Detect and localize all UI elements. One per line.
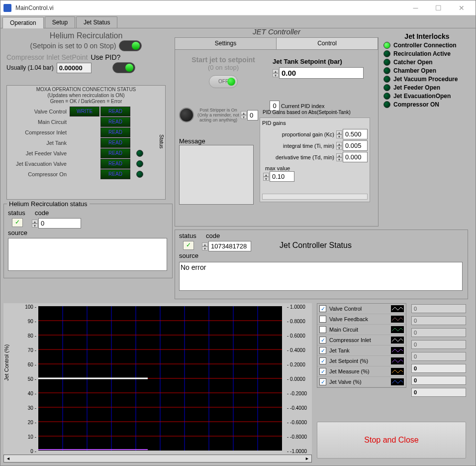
start-jet-label: Start jet to setpoint xyxy=(181,56,266,64)
legend-checkbox[interactable] xyxy=(319,347,326,354)
interlock-row-1: Recirculation Active xyxy=(383,50,471,57)
chart-y2tick: - 0.0000 xyxy=(287,376,312,382)
jet-tab-settings[interactable]: Settings xyxy=(175,38,277,49)
moxa-read-button[interactable]: READ xyxy=(100,117,130,127)
interlock-label: Chamber Open xyxy=(393,67,436,74)
close-button[interactable]: ✕ xyxy=(450,1,473,15)
maximize-button[interactable]: ☐ xyxy=(427,1,450,15)
legend-checkbox[interactable] xyxy=(319,316,326,323)
jet-tank-input[interactable] xyxy=(279,67,364,79)
chart-ytick: 80 - xyxy=(22,333,36,339)
he-status-label: status xyxy=(8,209,25,217)
chart-ytick: 40 - xyxy=(22,391,36,396)
legend-label: Jet Setpoint (%) xyxy=(329,358,391,364)
moxa-read-button[interactable]: READ xyxy=(100,107,130,116)
helium-recirc-toggle[interactable] xyxy=(119,40,142,51)
pid-kc-label: proportional gain (Kc) xyxy=(282,131,334,137)
chart-y2tick: - 0.8000 xyxy=(287,319,312,324)
helium-status-panel: Helium Recirculation status status code … xyxy=(3,204,173,278)
start-jet-sub: (0 on stop) xyxy=(181,64,266,71)
he-code-value[interactable] xyxy=(38,218,81,229)
tab-setup[interactable]: Setup xyxy=(45,16,75,28)
interlock-led xyxy=(383,59,390,66)
legend-checkbox[interactable] xyxy=(319,357,326,364)
legend-checkbox[interactable] xyxy=(319,337,326,344)
pid-max-input[interactable] xyxy=(270,171,294,182)
compressor-setpoint-input[interactable] xyxy=(57,63,92,73)
js-code-value[interactable] xyxy=(208,241,251,251)
chart-ylabel: Jet Control (%) xyxy=(3,345,9,381)
start-jet-button[interactable]: OFF xyxy=(209,75,238,88)
chart-ytick: 70 - xyxy=(22,348,36,353)
moxa-read-button[interactable]: READ xyxy=(100,138,130,148)
interlock-row-0: Controller Connection xyxy=(383,42,471,49)
helium-subtitle: (Setpoin is set to 0 on Stop) xyxy=(30,42,116,50)
he-source-text[interactable] xyxy=(8,238,167,271)
moxa-label: Jet Feeder Valve xyxy=(10,150,70,156)
pid-td-input[interactable] xyxy=(343,152,368,162)
js-status-label: status xyxy=(179,232,196,239)
stop-and-close-button[interactable]: Stop and Close xyxy=(317,422,466,459)
interlock-row-2: Catcher Open xyxy=(383,59,471,66)
chart-y2tick: - 0.4000 xyxy=(287,348,312,353)
value-box-2: 0 xyxy=(411,328,466,337)
chart-y2tick: - -0.2000 xyxy=(287,391,312,396)
jet-message-label: Message xyxy=(179,137,254,145)
legend-row-4: Jet Tank xyxy=(317,346,406,356)
chart-plot-area[interactable] xyxy=(38,306,282,451)
chart-y2tick: - 0.6000 xyxy=(287,333,312,339)
interlock-led xyxy=(383,42,390,49)
value-box-3: 0 xyxy=(411,340,466,349)
legend-checkbox[interactable] xyxy=(319,378,326,385)
chart-legend: Valve ControlValve FeedbackMain CircuitC… xyxy=(317,303,406,388)
chart-y2tick: - 0.2000 xyxy=(287,362,312,367)
moxa-led xyxy=(136,150,143,157)
pid-gains-panel: PID gains proportional gain (Kc) ▲▼ inte… xyxy=(260,117,370,202)
moxa-row-5: Jet Evacuation ValveREAD xyxy=(10,159,162,169)
helium-title: Helium Recirculation xyxy=(6,31,166,40)
jet-tab-control[interactable]: Control xyxy=(277,38,378,49)
usually-label: Usually (1.04 bar) xyxy=(6,64,54,71)
moxa-panel: MOXA OPERATION CONNECTION STATUS (Update… xyxy=(6,85,166,200)
moxa-h3: Green = OK / DarkGreen = Error xyxy=(7,99,165,105)
interlock-label: Jet Vacuum Procedure xyxy=(393,76,458,83)
legend-swatch xyxy=(391,326,404,333)
he-source-label: source xyxy=(8,229,27,236)
moxa-read-button[interactable]: READ xyxy=(100,169,130,179)
use-pid-toggle[interactable] xyxy=(112,62,135,73)
legend-swatch xyxy=(391,337,404,344)
tab-operation[interactable]: Operation xyxy=(2,17,44,28)
chart-ytick: 0 - xyxy=(22,449,36,454)
interlocks-panel: Jet Interlocks Controller ConnectionReci… xyxy=(383,32,471,110)
tab-jet-status[interactable]: Jet Status xyxy=(76,16,117,28)
moxa-read-button[interactable]: READ xyxy=(100,148,130,158)
moxa-label: Compressor Inlet xyxy=(10,129,70,135)
jet-message-text[interactable] xyxy=(179,145,254,205)
post-stripper-label: Post Stripper is On (Only a reminder, no… xyxy=(196,108,241,122)
pid-note: PID Gains based on Abs(Setpoint-Tank) xyxy=(263,110,351,115)
moxa-read-button[interactable]: READ xyxy=(100,159,130,169)
legend-swatch xyxy=(391,368,404,375)
moxa-row-2: Compressor InletREAD xyxy=(10,127,162,137)
js-source-text[interactable] xyxy=(179,262,463,291)
post-stripper-spin[interactable] xyxy=(247,110,258,120)
legend-swatch xyxy=(391,316,404,323)
chart-scrollbar[interactable]: ◄► xyxy=(3,455,312,463)
chart-ytick: 90 - xyxy=(22,319,36,324)
pid-kc-input[interactable] xyxy=(343,129,368,139)
interlock-label: Recirculation Active xyxy=(393,50,451,57)
interlock-led xyxy=(383,76,390,83)
pid-scrollbar[interactable] xyxy=(262,194,368,200)
interlock-label: Controller Connection xyxy=(393,42,457,49)
interlock-led xyxy=(383,84,390,91)
minimize-button[interactable]: ─ xyxy=(404,1,427,15)
chart-ytick: 10 - xyxy=(22,434,36,440)
js-source-label: source xyxy=(179,252,198,259)
moxa-read-button[interactable]: READ xyxy=(100,127,130,137)
pid-ti-input[interactable] xyxy=(343,140,368,151)
legend-checkbox[interactable] xyxy=(319,326,326,333)
compressor-setpoint-label: Compressor Inlet SetPoint xyxy=(6,53,88,61)
moxa-write-button[interactable]: WRITE xyxy=(70,107,99,116)
legend-checkbox[interactable] xyxy=(319,305,326,312)
legend-checkbox[interactable] xyxy=(319,368,326,375)
